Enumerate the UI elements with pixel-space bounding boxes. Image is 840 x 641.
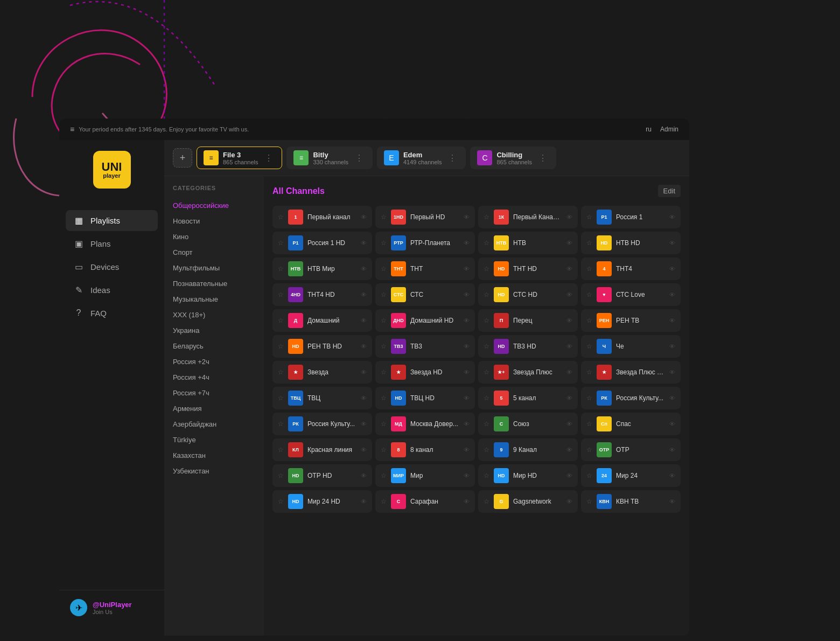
sidebar-item-devices[interactable]: ▭ Devices (66, 256, 158, 277)
channel-item-7[interactable]: ☆ HD НТВ HD 👁 (581, 232, 681, 254)
channel-star-35[interactable]: ☆ (586, 420, 592, 428)
channel-eye-3[interactable]: 👁 (669, 214, 675, 220)
channel-item-13[interactable]: ☆ СТС СТС 👁 (375, 283, 475, 306)
channel-eye-32[interactable]: 👁 (361, 421, 367, 427)
sidebar-item-ideas[interactable]: ✎ Ideas (66, 280, 158, 301)
channel-item-11[interactable]: ☆ 4 ТНТ4 👁 (581, 257, 681, 280)
channel-item-1[interactable]: ☆ 1HD Первый HD 👁 (375, 206, 475, 228)
add-playlist-button[interactable]: + (173, 148, 192, 168)
channel-item-39[interactable]: ☆ ОТР ОТР 👁 (581, 438, 681, 461)
channel-eye-12[interactable]: 👁 (361, 291, 367, 298)
sidebar-item-playlists[interactable]: ▦ Playlists (66, 210, 158, 231)
channel-item-2[interactable]: ☆ 1К Первый Канал ... 👁 (478, 206, 578, 228)
category-item-15[interactable]: Türkiye (164, 432, 264, 448)
channel-star-2[interactable]: ☆ (484, 213, 489, 221)
channel-eye-9[interactable]: 👁 (464, 266, 470, 272)
channel-star-6[interactable]: ☆ (484, 239, 489, 247)
channel-item-3[interactable]: ☆ Р1 Россия 1 👁 (581, 206, 681, 228)
channel-eye-10[interactable]: 👁 (566, 266, 572, 272)
channel-star-24[interactable]: ☆ (278, 368, 284, 376)
channel-item-8[interactable]: ☆ НТВ НТВ Мир 👁 (272, 257, 372, 280)
playlist-tab-file3[interactable]: ≡ File 3 865 channels ⋮ (197, 147, 282, 169)
channel-star-36[interactable]: ☆ (278, 446, 284, 454)
channel-eye-20[interactable]: 👁 (361, 343, 367, 350)
channel-star-45[interactable]: ☆ (381, 498, 387, 505)
category-item-6[interactable]: Музыкальные (164, 291, 264, 307)
channel-eye-19[interactable]: 👁 (669, 317, 675, 324)
channel-item-5[interactable]: ☆ РТР РТР-Планета 👁 (375, 232, 475, 254)
channel-star-12[interactable]: ☆ (278, 291, 284, 298)
channel-item-46[interactable]: ☆ G Gagsnetwork 👁 (478, 490, 578, 513)
channel-eye-7[interactable]: 👁 (669, 240, 675, 246)
channel-eye-35[interactable]: 👁 (669, 421, 675, 427)
category-item-2[interactable]: Кино (164, 229, 264, 245)
channel-star-46[interactable]: ☆ (484, 498, 489, 505)
channel-item-31[interactable]: ☆ РК Россия Культу... 👁 (581, 387, 681, 409)
sidebar-item-faq[interactable]: ? FAQ (66, 303, 158, 323)
channel-eye-14[interactable]: 👁 (566, 291, 572, 298)
channel-eye-8[interactable]: 👁 (361, 266, 367, 272)
channel-eye-0[interactable]: 👁 (361, 214, 367, 220)
channel-item-28[interactable]: ☆ ТВЦ ТВЦ 👁 (272, 387, 372, 409)
category-item-12[interactable]: Россия +7ч (164, 385, 264, 401)
channel-item-14[interactable]: ☆ HD СТС HD 👁 (478, 283, 578, 306)
category-item-0[interactable]: Общероссийские (164, 198, 264, 213)
channel-star-25[interactable]: ☆ (381, 368, 387, 376)
channel-eye-44[interactable]: 👁 (361, 498, 367, 505)
channel-eye-39[interactable]: 👁 (669, 447, 675, 453)
channel-star-17[interactable]: ☆ (381, 317, 387, 324)
channel-eye-30[interactable]: 👁 (566, 395, 572, 401)
channel-star-21[interactable]: ☆ (381, 343, 387, 350)
channel-star-37[interactable]: ☆ (381, 446, 387, 454)
channel-eye-31[interactable]: 👁 (669, 395, 675, 401)
file3-more-button[interactable]: ⋮ (262, 152, 275, 164)
channel-eye-47[interactable]: 👁 (669, 498, 675, 505)
channel-item-17[interactable]: ☆ ДHD Домашний HD 👁 (375, 309, 475, 332)
channel-star-9[interactable]: ☆ (381, 265, 387, 273)
channel-item-36[interactable]: ☆ КЛ Красная линия 👁 (272, 438, 372, 461)
channel-star-0[interactable]: ☆ (278, 213, 284, 221)
channel-eye-24[interactable]: 👁 (361, 369, 367, 375)
channel-item-30[interactable]: ☆ 5 5 канал 👁 (478, 387, 578, 409)
channel-star-43[interactable]: ☆ (586, 472, 592, 479)
channel-item-24[interactable]: ☆ ★ Звезда 👁 (272, 361, 372, 384)
channel-item-44[interactable]: ☆ HD Мир 24 HD 👁 (272, 490, 372, 513)
channel-item-22[interactable]: ☆ HD ТВ3 HD 👁 (478, 335, 578, 358)
category-item-14[interactable]: Азербайджан (164, 416, 264, 432)
category-item-16[interactable]: Казахстан (164, 448, 264, 463)
channel-star-41[interactable]: ☆ (381, 472, 387, 479)
channel-eye-13[interactable]: 👁 (464, 291, 470, 298)
channel-eye-43[interactable]: 👁 (669, 472, 675, 479)
category-item-17[interactable]: Узбекистан (164, 463, 264, 479)
channel-item-42[interactable]: ☆ HD Мир HD 👁 (478, 464, 578, 487)
channel-item-29[interactable]: ☆ HD ТВЦ HD 👁 (375, 387, 475, 409)
channel-item-40[interactable]: ☆ HD ОТР HD 👁 (272, 464, 372, 487)
channel-star-27[interactable]: ☆ (586, 368, 592, 376)
channel-star-34[interactable]: ☆ (484, 420, 489, 428)
channel-eye-45[interactable]: 👁 (464, 498, 470, 505)
channel-star-10[interactable]: ☆ (484, 265, 489, 273)
channel-star-31[interactable]: ☆ (586, 394, 592, 402)
category-item-13[interactable]: Армения (164, 401, 264, 416)
channel-eye-15[interactable]: 👁 (669, 291, 675, 298)
playlist-tab-edem[interactable]: E Edem 4149 channels ⋮ (377, 147, 466, 169)
channel-item-33[interactable]: ☆ МД Москва Довер... 👁 (375, 413, 475, 435)
channel-eye-11[interactable]: 👁 (669, 266, 675, 272)
channel-eye-2[interactable]: 👁 (566, 214, 572, 220)
channel-item-6[interactable]: ☆ НТВ НТВ 👁 (478, 232, 578, 254)
category-item-4[interactable]: Мультфильмы (164, 260, 264, 276)
channel-item-15[interactable]: ☆ ♥ СТС Love 👁 (581, 283, 681, 306)
channel-eye-21[interactable]: 👁 (464, 343, 470, 350)
channel-star-5[interactable]: ☆ (381, 239, 387, 247)
channel-eye-41[interactable]: 👁 (464, 472, 470, 479)
channel-item-18[interactable]: ☆ П Перец 👁 (478, 309, 578, 332)
channel-star-40[interactable]: ☆ (278, 472, 284, 479)
channel-item-32[interactable]: ☆ РК Россия Культу... 👁 (272, 413, 372, 435)
channel-star-19[interactable]: ☆ (586, 317, 592, 324)
channel-eye-4[interactable]: 👁 (361, 240, 367, 246)
sidebar-item-plans[interactable]: ▣ Plans (66, 233, 158, 254)
channel-eye-46[interactable]: 👁 (566, 498, 572, 505)
channel-eye-29[interactable]: 👁 (464, 395, 470, 401)
channel-eye-23[interactable]: 👁 (669, 343, 675, 350)
channel-item-27[interactable]: ☆ ★ Звезда Плюс Н... 👁 (581, 361, 681, 384)
